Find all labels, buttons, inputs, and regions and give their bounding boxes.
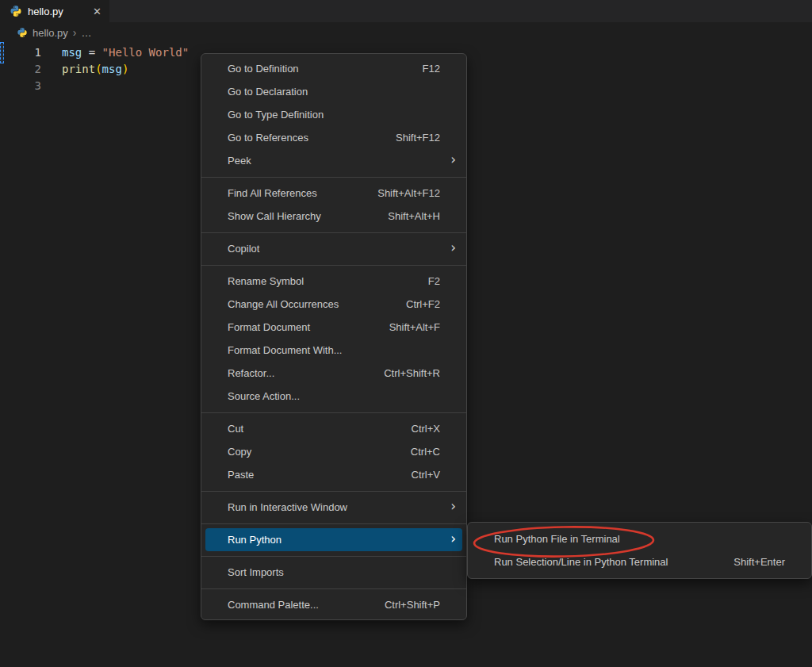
menu-item-right: › bbox=[450, 500, 456, 514]
menu-item-copilot[interactable]: Copilot› bbox=[205, 237, 462, 260]
menu-item-shortcut: Shift+Alt+F12 bbox=[377, 187, 456, 199]
menu-item-label: Command Palette... bbox=[228, 599, 319, 611]
menu-item-command-palette[interactable]: Command Palette...Ctrl+Shift+P bbox=[205, 593, 462, 616]
menu-item-show-call-hierarchy[interactable]: Show Call HierarchyShift+Alt+H bbox=[205, 205, 462, 228]
menu-item-run-python-file-in-terminal[interactable]: Run Python File in Terminal bbox=[472, 527, 807, 550]
menu-item-shortcut: Ctrl+C bbox=[411, 446, 456, 458]
menu-item-find-all-references[interactable]: Find All ReferencesShift+Alt+F12 bbox=[205, 182, 462, 205]
menu-item-shortcut: Shift+Enter bbox=[733, 556, 801, 568]
menu-item-go-to-definition[interactable]: Go to DefinitionF12 bbox=[205, 57, 462, 80]
menu-item-right: Ctrl+Shift+R bbox=[384, 367, 456, 379]
menu-item-label: Peek bbox=[228, 155, 251, 167]
vscode-window: { "tab_bar": { "active_tab": { "label": … bbox=[0, 0, 812, 667]
menu-item-label: Go to Definition bbox=[228, 63, 299, 75]
tab-hello-py[interactable]: hello.py ✕ bbox=[0, 0, 109, 22]
python-icon bbox=[17, 27, 28, 38]
menu-item-label: Sort Imports bbox=[228, 566, 284, 578]
menu-item-refactor[interactable]: Refactor...Ctrl+Shift+R bbox=[205, 362, 462, 385]
menu-item-label: Refactor... bbox=[228, 367, 274, 379]
menu-item-copy[interactable]: CopyCtrl+C bbox=[205, 440, 462, 463]
menu-item-change-all-occurrences[interactable]: Change All OccurrencesCtrl+F2 bbox=[205, 293, 462, 316]
menu-item-right: Ctrl+F2 bbox=[406, 298, 456, 310]
menu-item-label: Copy bbox=[228, 446, 251, 458]
menu-item-right: Ctrl+C bbox=[411, 446, 456, 458]
menu-item-right: Shift+Enter bbox=[733, 556, 801, 568]
menu-item-right: › bbox=[450, 154, 456, 167]
menu-item-label: Cut bbox=[228, 423, 243, 435]
menu-separator bbox=[201, 412, 466, 413]
menu-item-label: Run Selection/Line in Python Terminal bbox=[494, 556, 668, 568]
menu-item-label: Run Python bbox=[228, 534, 282, 546]
menu-item-label: Copilot bbox=[228, 243, 259, 255]
menu-item-label: Source Action... bbox=[228, 390, 300, 402]
menu-item-right: Shift+F12 bbox=[396, 132, 456, 144]
token-function: print bbox=[62, 63, 95, 75]
menu-item-label: Go to Type Definition bbox=[228, 109, 324, 121]
menu-item-right: Shift+Alt+F bbox=[389, 321, 456, 333]
submenu-chevron-icon: › bbox=[450, 532, 456, 546]
tab-title: hello.py bbox=[28, 6, 63, 17]
menu-item-paste[interactable]: PasteCtrl+V bbox=[205, 463, 462, 486]
breadcrumb-ellipsis[interactable]: … bbox=[81, 27, 91, 39]
menu-item-right: Ctrl+V bbox=[412, 469, 456, 481]
menu-item-go-to-references[interactable]: Go to ReferencesShift+F12 bbox=[205, 126, 462, 149]
menu-item-label: Go to Declaration bbox=[228, 86, 308, 98]
menu-item-rename-symbol[interactable]: Rename SymbolF2 bbox=[205, 270, 462, 293]
menu-item-go-to-type-definition[interactable]: Go to Type Definition bbox=[205, 103, 462, 126]
menu-item-run-selection-line-in-python-terminal[interactable]: Run Selection/Line in Python TerminalShi… bbox=[472, 550, 807, 573]
token-bracket: ( bbox=[95, 63, 102, 75]
token-variable: msg bbox=[62, 46, 82, 59]
run-python-submenu: Run Python File in TerminalRun Selection… bbox=[467, 522, 812, 579]
line-number: 1 bbox=[0, 44, 41, 61]
menu-separator bbox=[201, 232, 466, 233]
menu-item-right: F2 bbox=[428, 275, 456, 287]
menu-item-label: Go to References bbox=[228, 132, 308, 144]
token-string: "Hello World" bbox=[102, 46, 190, 59]
menu-item-shortcut: Shift+Alt+F bbox=[389, 321, 456, 333]
menu-item-cut[interactable]: CutCtrl+X bbox=[205, 417, 462, 440]
menu-item-label: Run Python File in Terminal bbox=[494, 533, 620, 545]
menu-item-run-python[interactable]: Run Python› bbox=[205, 528, 462, 551]
menu-item-peek[interactable]: Peek› bbox=[205, 149, 462, 172]
breadcrumb-file[interactable]: hello.py bbox=[33, 27, 68, 39]
python-icon bbox=[10, 5, 22, 17]
line-number: 3 bbox=[0, 78, 41, 94]
context-menu: Go to DefinitionF12Go to DeclarationGo t… bbox=[201, 53, 467, 620]
menu-separator bbox=[201, 588, 466, 589]
line-number: 2 bbox=[0, 61, 41, 78]
menu-separator bbox=[201, 556, 466, 557]
menu-item-shortcut: F2 bbox=[428, 275, 456, 287]
menu-item-shortcut: Ctrl+Shift+R bbox=[384, 367, 456, 379]
submenu-chevron-icon: › bbox=[450, 241, 456, 255]
menu-separator bbox=[201, 177, 466, 178]
menu-item-shortcut: Ctrl+Shift+P bbox=[385, 599, 456, 611]
menu-item-shortcut: Ctrl+X bbox=[412, 423, 456, 435]
menu-item-label: Format Document With... bbox=[228, 344, 342, 356]
menu-item-shortcut: Ctrl+V bbox=[412, 469, 456, 481]
menu-item-shortcut: Shift+Alt+H bbox=[388, 210, 456, 222]
chevron-right-icon: › bbox=[73, 26, 77, 39]
menu-item-go-to-declaration[interactable]: Go to Declaration bbox=[205, 80, 462, 103]
menu-item-right: › bbox=[450, 242, 456, 255]
tab-bar: hello.py ✕ bbox=[0, 0, 812, 22]
menu-item-shortcut: Shift+F12 bbox=[396, 132, 456, 144]
menu-item-right: Shift+Alt+H bbox=[388, 210, 456, 222]
menu-item-run-in-interactive-window[interactable]: Run in Interactive Window› bbox=[205, 496, 462, 519]
menu-item-sort-imports[interactable]: Sort Imports bbox=[205, 561, 462, 584]
menu-item-label: Rename Symbol bbox=[228, 275, 304, 287]
menu-item-right: Ctrl+X bbox=[412, 423, 456, 435]
menu-item-right: Shift+Alt+F12 bbox=[377, 187, 456, 199]
menu-item-label: Show Call Hierarchy bbox=[228, 210, 321, 222]
menu-item-source-action[interactable]: Source Action... bbox=[205, 385, 462, 408]
breadcrumb[interactable]: hello.py › … bbox=[17, 26, 91, 39]
menu-item-format-document[interactable]: Format DocumentShift+Alt+F bbox=[205, 316, 462, 339]
menu-item-label: Change All Occurrences bbox=[228, 298, 339, 310]
menu-item-shortcut: F12 bbox=[423, 63, 456, 75]
submenu-chevron-icon: › bbox=[450, 500, 456, 513]
menu-item-format-document-with[interactable]: Format Document With... bbox=[205, 339, 462, 362]
close-icon[interactable]: ✕ bbox=[93, 6, 102, 17]
menu-separator bbox=[201, 265, 466, 266]
menu-item-shortcut: Ctrl+F2 bbox=[406, 298, 456, 310]
menu-item-label: Paste bbox=[228, 469, 254, 481]
menu-item-right: F12 bbox=[423, 63, 456, 75]
